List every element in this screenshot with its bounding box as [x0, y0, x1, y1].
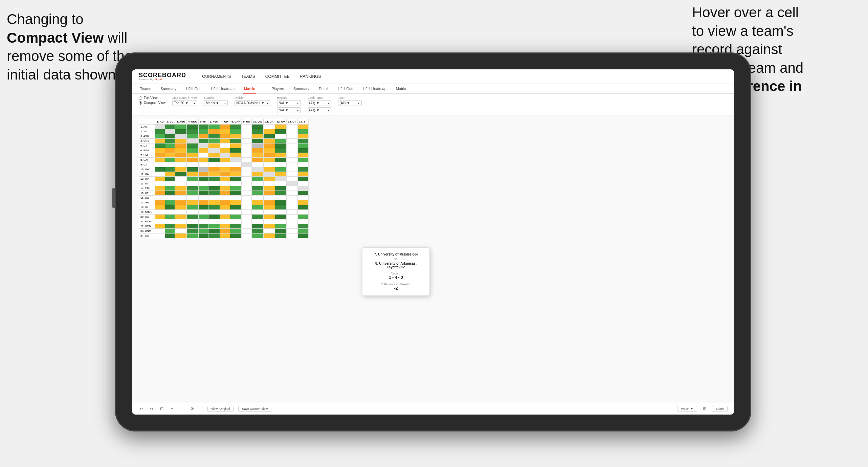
matrix-cell-19-10[interactable] — [264, 215, 275, 219]
matrix-cell-18-4[interactable] — [199, 210, 208, 215]
matrix-cell-19-7[interactable] — [230, 215, 242, 219]
matrix-cell-13-0[interactable] — [155, 186, 165, 191]
matrix-cell-5-5[interactable] — [208, 148, 220, 153]
matrix-cell-15-2[interactable] — [175, 196, 187, 200]
matrix-cell-17-13[interactable] — [297, 205, 308, 210]
matrix-cell-6-10[interactable] — [264, 153, 275, 158]
matrix-cell-20-7[interactable] — [230, 219, 242, 224]
matrix-cell-11-2[interactable] — [175, 177, 187, 181]
matrix-cell-18-5[interactable] — [208, 210, 220, 215]
matrix-cell-4-7[interactable] — [230, 143, 242, 148]
tab-h2h-heatmap-2[interactable]: H2H Heatmap — [361, 84, 388, 94]
matrix-cell-0-1[interactable] — [165, 125, 175, 129]
matrix-cell-8-11[interactable] — [275, 162, 286, 167]
matrix-cell-1-11[interactable] — [275, 129, 286, 134]
matrix-cell-13-10[interactable] — [264, 186, 275, 191]
matrix-cell-22-10[interactable] — [264, 229, 275, 234]
matrix-cell-14-11[interactable] — [275, 191, 286, 196]
matrix-cell-22-4[interactable] — [199, 229, 208, 234]
matrix-cell-15-5[interactable] — [208, 196, 220, 200]
matrix-cell-18-1[interactable] — [165, 210, 175, 215]
matrix-cell-20-0[interactable] — [155, 219, 165, 224]
matrix-cell-3-9[interactable] — [251, 139, 264, 143]
matrix-container[interactable]: 1. AU 2. VU 3. ASU 4. UNC 5. UT 6. FSU 7… — [132, 115, 734, 403]
matrix-cell-12-6[interactable] — [220, 181, 230, 186]
matrix-cell-8-5[interactable] — [208, 162, 220, 167]
undo-icon[interactable]: ↩ — [139, 406, 144, 412]
matrix-cell-0-3[interactable] — [186, 125, 198, 129]
matrix-cell-8-10[interactable] — [264, 162, 275, 167]
matrix-cell-6-4[interactable] — [199, 153, 208, 158]
matrix-cell-16-10[interactable] — [264, 200, 275, 205]
matrix-cell-23-2[interactable] — [175, 234, 187, 238]
matrix-cell-15-7[interactable] — [230, 196, 242, 200]
matrix-cell-7-0[interactable] — [155, 158, 165, 162]
matrix-cell-10-1[interactable] — [165, 172, 175, 177]
matrix-cell-6-12[interactable] — [286, 153, 297, 158]
matrix-cell-16-9[interactable] — [251, 200, 264, 205]
matrix-cell-6-6[interactable] — [220, 153, 230, 158]
matrix-cell-21-11[interactable] — [275, 224, 286, 229]
matrix-cell-12-4[interactable] — [199, 181, 208, 186]
matrix-cell-10-3[interactable] — [186, 172, 198, 177]
matrix-cell-23-11[interactable] — [275, 234, 286, 238]
matrix-cell-9-0[interactable] — [155, 167, 165, 172]
tab-players[interactable]: Players — [270, 84, 285, 94]
matrix-cell-4-1[interactable] — [165, 143, 175, 148]
matrix-cell-19-5[interactable] — [208, 215, 220, 219]
matrix-cell-1-9[interactable] — [251, 129, 264, 134]
matrix-cell-6-3[interactable] — [186, 153, 198, 158]
matrix-cell-17-7[interactable] — [230, 205, 242, 210]
matrix-cell-7-8[interactable] — [242, 158, 251, 162]
matrix-cell-13-3[interactable] — [186, 186, 198, 191]
matrix-cell-3-3[interactable] — [186, 139, 198, 143]
matrix-cell-5-8[interactable] — [242, 148, 251, 153]
matrix-cell-2-11[interactable] — [275, 134, 286, 139]
matrix-cell-20-1[interactable] — [165, 219, 175, 224]
matrix-cell-10-10[interactable] — [264, 172, 275, 177]
matrix-cell-23-10[interactable] — [264, 234, 275, 238]
matrix-cell-14-3[interactable] — [186, 191, 198, 196]
matrix-cell-17-3[interactable] — [186, 205, 198, 210]
matrix-cell-17-1[interactable] — [165, 205, 175, 210]
matrix-cell-11-13[interactable] — [297, 177, 308, 181]
matrix-cell-11-7[interactable] — [230, 177, 242, 181]
full-view-radio[interactable] — [139, 96, 142, 100]
matrix-cell-17-5[interactable] — [208, 205, 220, 210]
matrix-cell-23-13[interactable] — [297, 234, 308, 238]
matrix-cell-14-12[interactable] — [286, 191, 297, 196]
matrix-cell-23-6[interactable] — [220, 234, 230, 238]
matrix-cell-2-10[interactable] — [264, 134, 275, 139]
matrix-cell-7-9[interactable] — [251, 158, 264, 162]
matrix-cell-1-2[interactable] — [175, 129, 187, 134]
matrix-cell-6-2[interactable] — [175, 153, 187, 158]
tab-summary-2[interactable]: Summary — [292, 84, 311, 94]
matrix-cell-3-5[interactable] — [208, 139, 220, 143]
matrix-cell-5-4[interactable] — [199, 148, 208, 153]
matrix-cell-16-1[interactable] — [165, 200, 175, 205]
matrix-cell-21-1[interactable] — [165, 224, 175, 229]
matrix-cell-14-6[interactable] — [220, 191, 230, 196]
matrix-cell-23-0[interactable] — [155, 234, 165, 238]
matrix-cell-13-7[interactable] — [230, 186, 242, 191]
matrix-cell-9-8[interactable] — [242, 167, 251, 172]
matrix-cell-4-2[interactable] — [175, 143, 187, 148]
matrix-cell-9-7[interactable] — [230, 167, 242, 172]
matrix-cell-2-4[interactable] — [199, 134, 208, 139]
tab-teams[interactable]: Teams — [139, 84, 152, 94]
tab-matrix-2[interactable]: Matrix — [395, 84, 407, 94]
matrix-cell-8-7[interactable] — [230, 162, 242, 167]
matrix-cell-5-0[interactable] — [155, 148, 165, 153]
matrix-cell-4-13[interactable] — [297, 143, 308, 148]
matrix-cell-14-2[interactable] — [175, 191, 187, 196]
matrix-cell-13-6[interactable] — [220, 186, 230, 191]
matrix-cell-7-13[interactable] — [297, 158, 308, 162]
matrix-cell-22-7[interactable] — [230, 229, 242, 234]
team-select[interactable]: (All) ▼ — [338, 100, 362, 106]
matrix-cell-4-11[interactable] — [275, 143, 286, 148]
matrix-cell-20-4[interactable] — [199, 219, 208, 224]
matrix-cell-10-7[interactable] — [230, 172, 242, 177]
matrix-cell-20-8[interactable] — [242, 219, 251, 224]
matrix-cell-7-6[interactable] — [220, 158, 230, 162]
matrix-cell-5-13[interactable] — [297, 148, 308, 153]
